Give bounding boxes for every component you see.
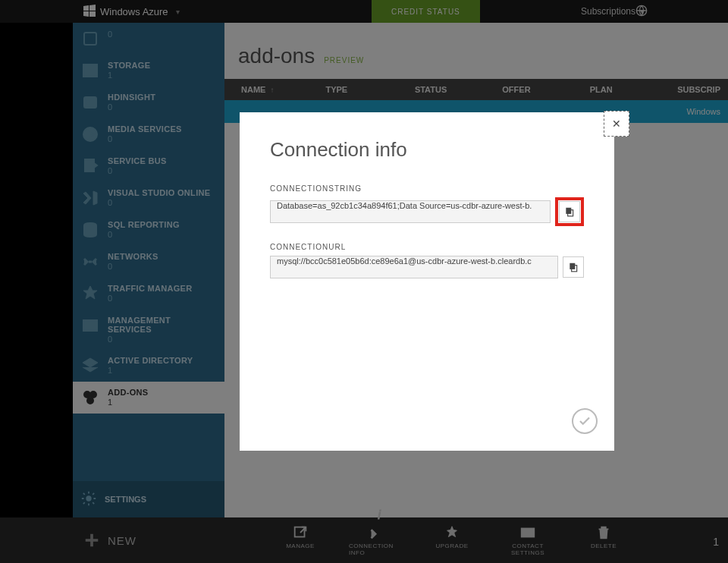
- ok-button[interactable]: [572, 408, 598, 434]
- connectionstring-input[interactable]: Database=as_92cb1c34a894f61;Data Source=…: [270, 200, 551, 223]
- connectionurl-input[interactable]: mysql://bcc0c581e05b6d:ce89e6a1@us-cdbr-…: [270, 256, 558, 278]
- close-button[interactable]: ✕: [604, 111, 629, 137]
- highlight-box: [555, 197, 584, 226]
- check-icon: [578, 414, 592, 428]
- copy-icon: [564, 206, 575, 217]
- field-label-connstring: CONNECTIONSTRING: [270, 184, 584, 193]
- modal-title: Connection info: [270, 138, 584, 162]
- close-icon: ✕: [612, 118, 621, 130]
- svg-rect-22: [566, 208, 571, 214]
- field-label-connurl: CONNECTIONURL: [270, 243, 584, 251]
- connection-info-modal: ✕ Connection info CONNECTIONSTRING Datab…: [240, 112, 614, 451]
- copy-connectionurl-button[interactable]: [563, 256, 584, 278]
- copy-icon: [568, 262, 579, 272]
- svg-rect-24: [570, 263, 575, 269]
- copy-connectionstring-button[interactable]: [559, 201, 580, 222]
